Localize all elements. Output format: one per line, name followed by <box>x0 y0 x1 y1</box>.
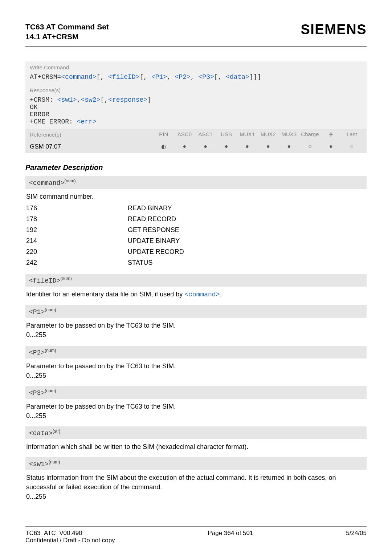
title-line2: 14.1 AT+CRSM <box>25 32 109 41</box>
write-command-label: Write Command <box>25 61 367 72</box>
p3-range: 0...255 <box>26 411 366 421</box>
resp-ok: OK <box>30 104 362 111</box>
footer-center: Page 364 of 501 <box>208 530 253 544</box>
param-head-data: <data>(str) <box>25 426 367 439</box>
title-line1: TC63 AT Command Set <box>25 22 109 32</box>
param-link-p3[interactable]: <P3> <box>199 73 214 81</box>
brand-logo: SIEMENS <box>301 22 367 37</box>
p2-range: 0...255 <box>26 371 366 380</box>
write-command-box: Write Command AT+CRSM=<command>[, <fileI… <box>25 61 367 129</box>
param-head-p3: <P3>(num) <box>25 386 367 399</box>
table-row: 220UPDATE RECORD <box>26 246 366 257</box>
param-link-command[interactable]: <command> <box>61 73 96 81</box>
param-body-fileid: Identifier for an elementary data file o… <box>25 287 367 301</box>
param-link-p1[interactable]: <P1> <box>151 73 167 81</box>
response-content: +CRSM: <sw1>,<sw2>[,<response>] OK ERROR… <box>25 95 367 129</box>
link-command-inline[interactable]: <command> <box>184 291 220 298</box>
param-body-p2: Parameter to be passed on by the TC63 to… <box>25 358 367 382</box>
param-link-p2[interactable]: <P2> <box>175 73 191 81</box>
param-desc-title: Parameter Description <box>25 163 367 172</box>
footer-right: 5/24/05 <box>346 530 367 544</box>
airplane-icon: ✈ <box>320 131 342 138</box>
resp-error: ERROR <box>30 111 362 118</box>
page-header: TC63 AT Command Set 14.1 AT+CRSM SIEMENS <box>25 22 367 47</box>
param-link-data[interactable]: <data> <box>226 73 249 81</box>
table-row: 176READ BINARY <box>26 203 366 214</box>
sw1-range: 0...255 <box>26 492 366 501</box>
reference-data-row: GSM 07.07 ◐ ● ● ● ● ● ● ○ ● ○ <box>25 140 367 153</box>
footer-left: TC63_ATC_V00.490 Confidential / Draft - … <box>25 530 115 544</box>
param-head-fileid: <fileID>(num) <box>25 274 367 287</box>
param-body-command: SIM command number. 176READ BINARY 178RE… <box>25 189 367 270</box>
page-footer: TC63_ATC_V00.490 Confidential / Draft - … <box>25 526 367 544</box>
p1-range: 0...255 <box>26 330 366 340</box>
resp-link-err[interactable]: <err> <box>77 118 97 125</box>
param-body-p1: Parameter to be passed on by the TC63 to… <box>25 318 367 341</box>
param-head-command: <command>(num) <box>25 176 367 189</box>
cmd-prefix: AT+CRSM= <box>30 73 61 81</box>
param-head-p1: <P1>(num) <box>25 305 367 318</box>
command-table: 176READ BINARY 178READ RECORD 192GET RES… <box>26 203 366 268</box>
doc-title: TC63 AT Command Set 14.1 AT+CRSM <box>25 22 109 42</box>
param-head-sw1: <sw1>(num) <box>25 457 367 470</box>
reference-header-row: Reference(s) PIN ASC0 ASC1 USB MUX1 MUX2… <box>25 129 367 140</box>
param-command-desc: SIM command number. <box>26 192 366 201</box>
param-link-fileid[interactable]: <fileID> <box>108 73 139 81</box>
table-row: 178READ RECORD <box>26 214 366 224</box>
table-row: 242STATUS <box>26 257 366 268</box>
table-row: 214UPDATE BINARY <box>26 235 366 246</box>
param-head-p2: <P2>(num) <box>25 346 367 358</box>
param-body-p3: Parameter to be passed on by the TC63 to… <box>25 399 367 422</box>
reference-label: Reference(s) <box>30 131 153 138</box>
resp-link-sw1[interactable]: <sw1> <box>57 96 77 104</box>
param-body-sw1: Status information from the SIM about th… <box>25 470 367 503</box>
resp-link-response[interactable]: <response> <box>108 96 147 104</box>
resp-link-sw2[interactable]: <sw2> <box>81 96 100 104</box>
reference-value: GSM 07.07 <box>30 143 153 150</box>
reference-columns: PIN ASC0 ASC1 USB MUX1 MUX2 MUX3 Charge … <box>153 131 362 138</box>
param-body-data: Information which shall be written to th… <box>25 439 367 453</box>
write-command-syntax: AT+CRSM=<command>[, <fileID>[, <P1>, <P2… <box>25 72 367 84</box>
table-row: 192GET RESPONSE <box>26 224 366 235</box>
reference-dots: ◐ ● ● ● ● ● ● ○ ● ○ <box>153 143 362 150</box>
response-label: Response(s) <box>25 84 367 95</box>
